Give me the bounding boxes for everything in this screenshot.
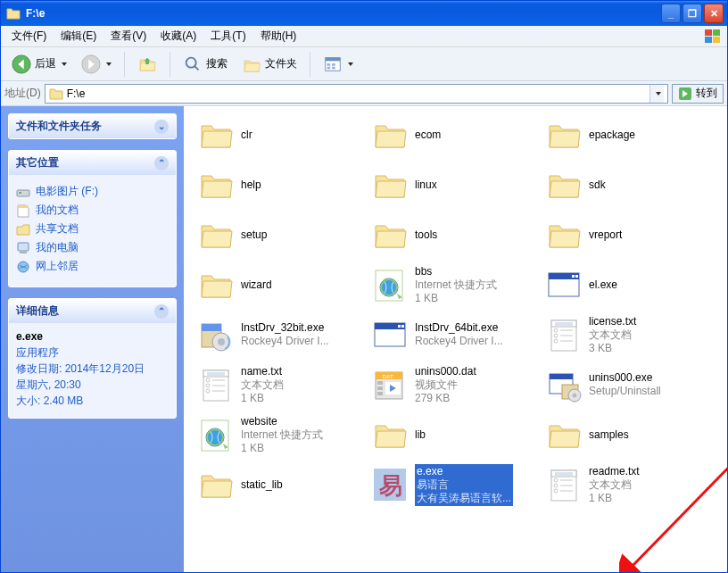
forward-icon bbox=[81, 54, 101, 74]
address-dropdown[interactable] bbox=[649, 85, 664, 103]
details-name: e.exe bbox=[16, 328, 169, 345]
places-panel: 其它位置 ⌃ 电影图片 (F:)我的文档共享文档我的电脑网上邻居 bbox=[8, 150, 177, 287]
file-item[interactable]: e.exe易语言大有吴涛易语言软... bbox=[372, 465, 537, 504]
file-name: static_lib bbox=[241, 478, 283, 492]
file-sub: 文本文档 bbox=[241, 378, 284, 392]
menu-view[interactable]: 查看(V) bbox=[103, 27, 153, 46]
file-item[interactable]: epackage bbox=[546, 115, 711, 154]
menu-help[interactable]: 帮助(H) bbox=[253, 27, 304, 46]
file-sub: 文本文档 bbox=[589, 478, 640, 492]
file-name: e.exe bbox=[417, 465, 511, 478]
file-name: wizard bbox=[241, 278, 272, 292]
file-sub2: 1 KB bbox=[415, 292, 497, 305]
chevron-down-icon bbox=[62, 62, 67, 66]
address-input[interactable]: F:\e bbox=[45, 84, 668, 104]
place-label: 网上邻居 bbox=[36, 259, 79, 274]
file-name: linux bbox=[415, 179, 437, 192]
file-item[interactable]: samples bbox=[546, 415, 711, 454]
file-sub: 视频文件 bbox=[415, 378, 476, 392]
file-name: name.txt bbox=[241, 365, 284, 378]
sidebar-item-place[interactable]: 网上邻居 bbox=[16, 259, 169, 274]
maximize-button[interactable]: ❐ bbox=[682, 4, 702, 23]
svg-rect-49 bbox=[327, 66, 331, 69]
places-header[interactable]: 其它位置 ⌃ bbox=[9, 151, 176, 175]
details-header[interactable]: 详细信息 ⌃ bbox=[9, 299, 176, 323]
place-label: 电影图片 (F:) bbox=[36, 184, 98, 199]
sidebar-item-place[interactable]: 我的文档 bbox=[16, 203, 169, 218]
views-button[interactable] bbox=[318, 52, 359, 77]
file-item[interactable]: unins000.dat视频文件279 KB bbox=[372, 365, 537, 404]
file-item[interactable]: unins000.exeSetup/Uninstall bbox=[546, 365, 711, 404]
svg-rect-50 bbox=[332, 66, 335, 69]
file-name: clr bbox=[241, 129, 252, 142]
folder-up-icon bbox=[137, 54, 157, 74]
folder-icon bbox=[198, 267, 234, 303]
up-button[interactable] bbox=[132, 52, 162, 77]
txt-icon bbox=[198, 367, 234, 403]
folders-label: 文件夹 bbox=[265, 56, 297, 71]
menu-file[interactable]: 文件(F) bbox=[4, 27, 54, 46]
folder-icon bbox=[198, 217, 234, 253]
chevron-down-icon bbox=[656, 92, 661, 96]
folder-icon bbox=[6, 6, 21, 21]
back-button[interactable]: 后退 bbox=[6, 52, 72, 77]
file-item[interactable]: setup bbox=[198, 215, 363, 254]
folder-icon bbox=[372, 167, 408, 203]
svg-rect-41 bbox=[713, 37, 720, 43]
go-button[interactable]: 转到 bbox=[672, 84, 724, 104]
file-sub: Internet 快捷方式 bbox=[415, 278, 497, 292]
file-item[interactable]: tools bbox=[372, 215, 537, 254]
docs-icon bbox=[16, 203, 30, 218]
sidebar-item-place[interactable]: 电影图片 (F:) bbox=[16, 184, 169, 199]
file-sub2: 1 KB bbox=[589, 492, 640, 505]
file-item[interactable]: readme.txt文本文档1 KB bbox=[546, 465, 711, 504]
file-name: epackage bbox=[589, 129, 635, 142]
menu-fav[interactable]: 收藏(A) bbox=[153, 27, 203, 46]
file-item[interactable]: lib bbox=[372, 415, 537, 454]
folder-icon bbox=[198, 467, 234, 502]
file-item[interactable]: name.txt文本文档1 KB bbox=[198, 365, 363, 404]
drive-icon bbox=[16, 185, 30, 199]
details-body: e.exe 应用程序 修改日期: 2014年12月20日 星期六, 20:30 … bbox=[9, 323, 176, 418]
file-item[interactable]: InstDrv_32bit.exeRockey4 Driver I... bbox=[198, 315, 363, 354]
menu-tools[interactable]: 工具(T) bbox=[203, 27, 252, 46]
tasks-title: 文件和文件夹任务 bbox=[16, 119, 102, 134]
svg-rect-38 bbox=[705, 29, 712, 36]
file-item[interactable]: ecom bbox=[372, 115, 537, 154]
chevron-down-icon bbox=[106, 62, 112, 66]
place-label: 共享文档 bbox=[36, 221, 79, 237]
close-button[interactable]: ✕ bbox=[704, 4, 724, 23]
file-item[interactable]: linux bbox=[372, 165, 537, 204]
tasks-panel: 文件和文件夹任务 ⌄ bbox=[8, 113, 177, 139]
file-item[interactable]: static_lib bbox=[198, 465, 363, 504]
folders-button[interactable]: 文件夹 bbox=[236, 52, 302, 77]
titlebar[interactable]: F:\e _ ❐ ✕ bbox=[1, 1, 727, 26]
file-item[interactable]: wizard bbox=[198, 265, 363, 304]
sidebar-item-place[interactable]: 我的电脑 bbox=[16, 240, 169, 255]
file-list[interactable]: clrecomepackagehelplinuxsdksetuptoolsvre… bbox=[184, 106, 727, 572]
minimize-button[interactable]: _ bbox=[661, 4, 681, 23]
file-name: bbs bbox=[415, 265, 497, 278]
txt-icon bbox=[546, 317, 582, 353]
installer-icon bbox=[198, 317, 234, 353]
search-button[interactable]: 搜索 bbox=[178, 52, 233, 77]
file-item[interactable]: bbsInternet 快捷方式1 KB bbox=[372, 265, 537, 304]
file-item[interactable]: sdk bbox=[546, 165, 711, 204]
file-name: ecom bbox=[415, 129, 441, 142]
menu-edit[interactable]: 编辑(E) bbox=[54, 27, 103, 46]
file-name: setup bbox=[241, 228, 267, 242]
file-item[interactable]: help bbox=[198, 165, 363, 204]
file-item[interactable]: InstDrv_64bit.exeRockey4 Driver I... bbox=[372, 315, 537, 354]
file-item[interactable]: license.txt文本文档3 KB bbox=[546, 315, 711, 354]
tasks-header[interactable]: 文件和文件夹任务 ⌄ bbox=[9, 114, 176, 138]
folder-icon bbox=[372, 417, 408, 453]
file-item[interactable]: websiteInternet 快捷方式1 KB bbox=[198, 415, 363, 454]
svg-rect-39 bbox=[713, 29, 720, 36]
file-item[interactable]: el.exe bbox=[546, 265, 711, 304]
file-item[interactable]: clr bbox=[198, 115, 363, 154]
window: F:\e _ ❐ ✕ 文件(F) 编辑(E) 查看(V) 收藏(A) 工具(T)… bbox=[0, 0, 728, 573]
sidebar-item-place[interactable]: 共享文档 bbox=[16, 221, 169, 237]
file-item[interactable]: vreport bbox=[546, 215, 711, 254]
file-name: vreport bbox=[589, 228, 622, 242]
forward-button[interactable] bbox=[76, 52, 117, 77]
